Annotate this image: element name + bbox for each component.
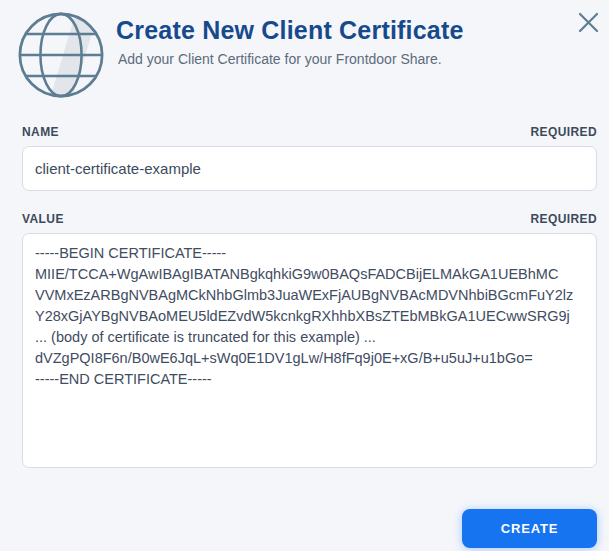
header-text: Create New Client Certificate Add your C… <box>116 6 464 67</box>
globe-icon <box>12 8 110 106</box>
create-button[interactable]: CREATE <box>462 509 597 548</box>
create-client-certificate-modal: Create New Client Certificate Add your C… <box>0 0 609 551</box>
value-label: VALUE <box>22 212 64 226</box>
value-required-badge: REQUIRED <box>530 212 597 226</box>
value-field: VALUE REQUIRED -----BEGIN CERTIFICATE---… <box>0 212 609 468</box>
name-input[interactable] <box>22 146 597 191</box>
close-button[interactable] <box>574 8 603 37</box>
modal-footer: CREATE <box>0 468 609 548</box>
name-field: NAME REQUIRED <box>0 125 609 191</box>
value-label-row: VALUE REQUIRED <box>22 212 597 226</box>
name-required-badge: REQUIRED <box>530 125 597 139</box>
name-label-row: NAME REQUIRED <box>22 125 597 139</box>
close-icon <box>578 12 599 33</box>
name-label: NAME <box>22 125 59 139</box>
modal-subtitle: Add your Client Certificate for your Fro… <box>118 51 464 67</box>
modal-title: Create New Client Certificate <box>116 16 464 44</box>
value-textarea[interactable]: -----BEGIN CERTIFICATE----- MIIE/TCCA+Wg… <box>22 233 597 468</box>
modal-header: Create New Client Certificate Add your C… <box>0 0 609 106</box>
